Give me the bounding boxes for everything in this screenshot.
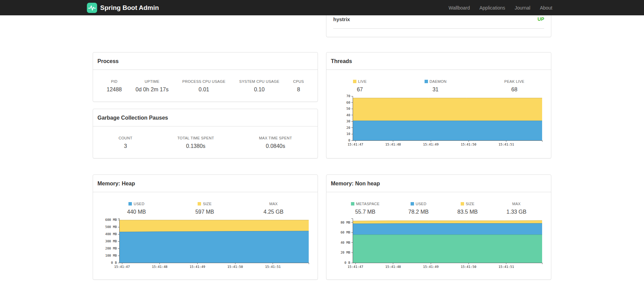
legend-daemon: DAEMON 31 [425,79,447,93]
legend-heap-max: MAX 4.25 GB [263,202,283,215]
stat-pid: PID 12488 [107,79,122,93]
brand[interactable]: Spring Boot Admin [87,3,159,13]
legend-swatch-nonheap-size [461,202,464,206]
process-stats: PID 12488 UPTIME 0d 0h 2m 17s PROCESS CP… [93,70,318,93]
svg-text:15:41:48: 15:41:48 [385,142,401,146]
legend-metaspace: METASPACE 55.7 MB [351,202,380,215]
legend-swatch-heap-used [128,202,132,206]
svg-text:15:41:51: 15:41:51 [499,265,514,269]
application-row: hystrix UP [333,14,544,29]
svg-text:15:41:49: 15:41:49 [423,142,439,146]
stat-gc-total-time: TOTAL TIME SPENT 0.1380s [178,136,214,149]
svg-text:20 MB: 20 MB [340,250,350,254]
spring-boot-admin-logo-icon [87,3,97,13]
gc-stats: COUNT 3 TOTAL TIME SPENT 0.1380s MAX TIM… [93,126,318,149]
heap-panel-title: Memory: Heap [93,175,318,192]
svg-text:400 MB: 400 MB [105,232,117,236]
memory-heap-panel: Memory: Heap USED 440 MB SIZE 597 MB MAX… [93,174,318,280]
svg-text:40 MB: 40 MB [340,241,350,244]
stat-process-cpu-usage: PROCESS CPU USAGE 0.01 [182,79,226,93]
svg-text:30: 30 [347,119,351,123]
svg-text:70: 70 [347,94,351,98]
svg-text:60 MB: 60 MB [340,230,350,234]
svg-text:500 MB: 500 MB [105,225,117,229]
legend-nonheap-size: SIZE 83.5 MB [457,202,478,215]
svg-text:15:41:50: 15:41:50 [461,142,476,146]
legend-nonheap-max: MAX 1.33 GB [506,202,526,215]
nav-item-wallboard[interactable]: Wallboard [444,5,475,11]
svg-text:10: 10 [347,132,351,136]
svg-text:20: 20 [347,126,351,130]
memory-nonheap-chart: 0 B20 MB40 MB60 MB80 MB15:41:4715:41:481… [327,216,551,270]
nonheap-legend: METASPACE 55.7 MB USED 78.2 MB SIZE 83.5… [326,192,551,215]
legend-live: LIVE 67 [353,79,367,93]
gc-pauses-panel: Garbage Collection Pauses COUNT 3 TOTAL … [93,109,318,158]
threads-panel: Threads LIVE 67 DAEMON 31 PEAK LIVE 68 [326,52,551,158]
svg-text:15:41:50: 15:41:50 [461,265,476,269]
svg-text:50: 50 [347,107,351,110]
svg-text:15:41:49: 15:41:49 [190,265,205,269]
process-panel: Process PID 12488 UPTIME 0d 0h 2m 17s PR… [93,52,318,102]
svg-text:600 MB: 600 MB [105,218,117,222]
navbar: Spring Boot Admin Wallboard Applications… [0,0,644,15]
stat-gc-max-time: MAX TIME SPENT 0.0840s [259,136,292,149]
nonheap-panel-title: Memory: Non heap [326,175,551,192]
svg-text:15:41:51: 15:41:51 [499,142,514,146]
application-name-link[interactable]: hystrix [333,16,350,22]
memory-nonheap-panel: Memory: Non heap METASPACE 55.7 MB USED … [326,174,551,280]
svg-text:0 B: 0 B [344,261,350,264]
svg-text:0 B: 0 B [111,261,117,264]
svg-text:80 MB: 80 MB [340,221,350,224]
legend-heap-size: SIZE 597 MB [195,202,214,215]
nav-item-applications[interactable]: Applications [475,5,510,11]
threads-chart: 01020304050607015:41:4715:41:4815:41:491… [327,93,551,148]
svg-text:60: 60 [347,101,351,104]
gc-panel-title: Garbage Collection Pauses [93,109,318,126]
heap-legend: USED 440 MB SIZE 597 MB MAX 4.25 GB [93,192,318,215]
svg-text:0: 0 [348,138,350,142]
svg-text:100 MB: 100 MB [105,254,117,257]
process-panel-title: Process [93,52,318,70]
svg-text:15:41:47: 15:41:47 [348,265,363,269]
stat-gc-count: COUNT 3 [119,136,133,149]
main-content: hystrix UP Process PID 12488 UPTIME 0d 0… [93,15,551,304]
svg-text:40: 40 [347,113,351,117]
legend-peak-live: PEAK LIVE 68 [504,79,524,93]
svg-text:15:41:48: 15:41:48 [152,265,168,269]
stat-system-cpu-usage: SYSTEM CPU USAGE 0.10 [239,79,279,93]
status-badge: UP [538,16,544,22]
threads-legend: LIVE 67 DAEMON 31 PEAK LIVE 68 [326,70,551,93]
svg-text:15:41:49: 15:41:49 [423,265,439,269]
stat-uptime: UPTIME 0d 0h 2m 17s [136,79,169,93]
svg-text:300 MB: 300 MB [105,239,117,243]
legend-swatch-metaspace [351,202,354,206]
nav-item-about[interactable]: About [535,5,557,11]
threads-panel-title: Threads [326,52,551,70]
svg-text:15:41:47: 15:41:47 [114,265,130,269]
brand-title: Spring Boot Admin [100,4,159,12]
legend-swatch-live [353,80,356,83]
nav-links: Wallboard Applications Journal About [444,5,557,11]
stat-cpus: CPUS 8 [293,79,304,93]
svg-text:15:41:48: 15:41:48 [385,265,401,269]
svg-text:15:41:51: 15:41:51 [265,265,281,269]
legend-swatch-daemon [425,80,428,83]
legend-nonheap-used: USED 78.2 MB [408,202,429,215]
memory-heap-chart: 0 B100 MB200 MB300 MB400 MB500 MB600 MB1… [93,216,318,270]
legend-swatch-nonheap-used [411,202,414,206]
nav-item-journal[interactable]: Journal [510,5,535,11]
legend-heap-used: USED 440 MB [127,202,146,215]
legend-swatch-heap-size [198,202,201,206]
svg-text:15:41:50: 15:41:50 [227,265,243,269]
svg-text:15:41:47: 15:41:47 [348,142,363,146]
svg-text:200 MB: 200 MB [105,246,117,250]
